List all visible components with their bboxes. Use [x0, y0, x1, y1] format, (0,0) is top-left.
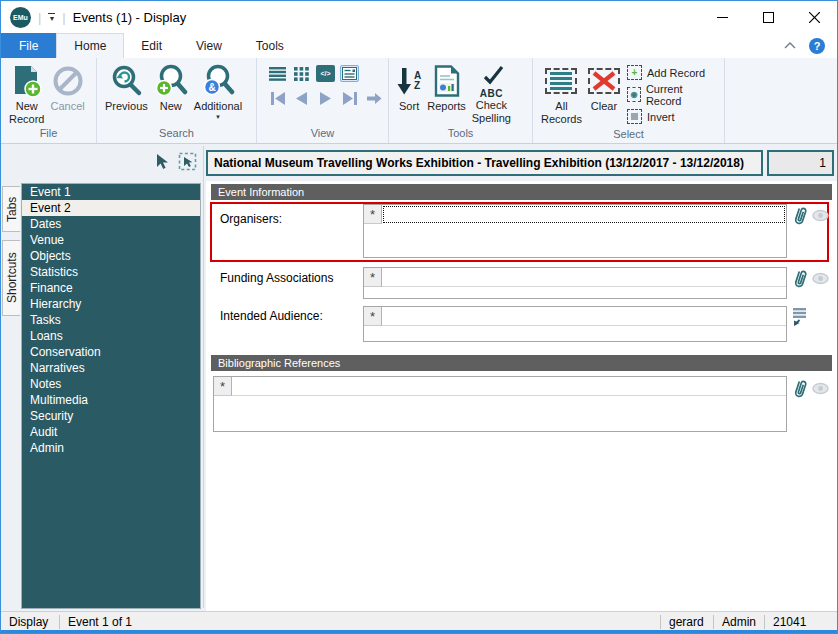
- group-label-select: Select: [533, 128, 724, 143]
- close-button[interactable]: [791, 2, 837, 33]
- funding-associations-input[interactable]: [382, 268, 786, 287]
- invert-selection-button[interactable]: Invert: [627, 107, 715, 126]
- ribbon-tab-row: File Home Edit View Tools ?: [1, 33, 837, 58]
- sidebar-item-hierarchy[interactable]: Hierarchy: [22, 296, 200, 312]
- clear-selection-icon: [588, 68, 620, 94]
- tab-view[interactable]: View: [179, 33, 239, 58]
- maximize-button[interactable]: [745, 2, 791, 33]
- details-view-icon[interactable]: [340, 65, 359, 82]
- group-label-tools: Tools: [389, 127, 532, 143]
- goto-record-icon[interactable]: [364, 90, 383, 107]
- current-record-button[interactable]: ◉ Current Record: [627, 85, 715, 104]
- intended-audience-field[interactable]: *: [363, 306, 787, 342]
- sidebar-item-dates[interactable]: Dates: [22, 216, 200, 232]
- clear-selection-button[interactable]: Clear: [585, 61, 623, 114]
- history-eye-icon[interactable]: [812, 208, 829, 226]
- sidebar-item-objects[interactable]: Objects: [22, 248, 200, 264]
- check-spelling-icon: [478, 62, 504, 88]
- window-title: Events (1) - Display: [73, 10, 186, 25]
- row-asterisk: *: [364, 307, 382, 326]
- attach-icon[interactable]: [792, 268, 809, 294]
- sidebar-item-event-1[interactable]: Event 1: [22, 184, 200, 200]
- organisers-field[interactable]: *: [363, 204, 787, 258]
- tab-home[interactable]: Home: [56, 33, 124, 58]
- new-search-button[interactable]: New: [151, 61, 191, 114]
- tab-file[interactable]: File: [1, 33, 56, 58]
- sidebar-item-audit[interactable]: Audit: [22, 424, 200, 440]
- previous-search-button[interactable]: Previous: [102, 61, 151, 114]
- select-region-icon[interactable]: [178, 152, 197, 175]
- sidebar-item-finance[interactable]: Finance: [22, 280, 200, 296]
- sidebar-item-notes[interactable]: Notes: [22, 376, 200, 392]
- ribbon: New Record Cancel File: [1, 58, 837, 144]
- record-count: 1: [767, 150, 834, 176]
- status-record-position: Event 1 of 1: [60, 612, 140, 632]
- sidebar-item-security[interactable]: Security: [22, 408, 200, 424]
- next-record-icon[interactable]: [316, 90, 335, 107]
- sidebar-item-event-2[interactable]: Event 2: [22, 200, 200, 216]
- sidebar-item-conservation[interactable]: Conservation: [22, 344, 200, 360]
- row-asterisk: *: [214, 377, 232, 396]
- svg-text:&: &: [208, 82, 215, 93]
- new-record-icon: [11, 62, 43, 100]
- quick-access-caret-icon[interactable]: ▼: [48, 13, 55, 22]
- intended-audience-input[interactable]: [382, 307, 786, 326]
- last-record-icon[interactable]: [340, 90, 359, 107]
- new-record-button[interactable]: New Record: [6, 61, 47, 126]
- ribbon-group-tools: AZ Sort: [389, 58, 533, 143]
- list-view-icon[interactable]: [268, 65, 287, 82]
- new-search-icon: [154, 62, 188, 100]
- all-records-button[interactable]: All Records: [538, 61, 585, 126]
- check-spelling-button[interactable]: ABC Check Spelling: [469, 61, 514, 125]
- ribbon-group-file: New Record Cancel File: [1, 58, 97, 143]
- previous-record-icon[interactable]: [292, 90, 311, 107]
- help-icon[interactable]: ?: [809, 38, 825, 54]
- record-title-bar: National Museum Travelling Works Exhibit…: [206, 150, 763, 176]
- all-records-icon: [545, 68, 577, 94]
- tab-edit[interactable]: Edit: [124, 33, 179, 58]
- intended-audience-label: Intended Audience:: [220, 309, 323, 323]
- history-eye-icon[interactable]: [812, 271, 829, 289]
- status-code: 21041: [765, 612, 837, 632]
- cancel-button[interactable]: Cancel: [47, 61, 87, 114]
- titlebar-divider: |: [62, 10, 65, 25]
- add-record-button[interactable]: + Add Record: [627, 63, 715, 82]
- organisers-input[interactable]: [383, 206, 785, 223]
- bibliographic-references-field[interactable]: *: [213, 376, 787, 432]
- grid-view-icon[interactable]: [292, 65, 311, 82]
- collapse-ribbon-icon[interactable]: [784, 42, 796, 49]
- minimize-button[interactable]: [699, 2, 745, 33]
- additional-search-button[interactable]: & Additional ▼: [191, 61, 245, 121]
- sidebar-item-narratives[interactable]: Narratives: [22, 360, 200, 376]
- row-asterisk: *: [364, 205, 382, 224]
- funding-associations-field[interactable]: *: [363, 267, 787, 299]
- pointer-tool-icon[interactable]: [154, 153, 169, 174]
- sidebar-item-loans[interactable]: Loans: [22, 328, 200, 344]
- bibliographic-references-input[interactable]: [232, 377, 786, 396]
- attach-icon[interactable]: [792, 378, 809, 404]
- sidebar-item-statistics[interactable]: Statistics: [22, 264, 200, 280]
- rail-tab-shortcuts[interactable]: Shortcuts: [2, 240, 20, 316]
- lookup-list-icon[interactable]: [793, 308, 807, 331]
- sort-button[interactable]: AZ Sort: [394, 61, 424, 114]
- history-eye-icon[interactable]: [812, 381, 829, 399]
- window-bottom-border: [1, 630, 837, 633]
- app-window: EMu | ▼ | Events (1) - Display File Home…: [0, 0, 838, 634]
- first-record-icon[interactable]: [268, 90, 287, 107]
- funding-associations-label: Funding Associations: [220, 271, 333, 285]
- sidebar-tab-list: Event 1 Event 2 Dates Venue Objects Stat…: [21, 183, 201, 609]
- group-label-view: View: [257, 127, 388, 143]
- reports-button[interactable]: Reports: [424, 61, 469, 114]
- tab-tools[interactable]: Tools: [239, 33, 301, 58]
- rail-tab-tabs[interactable]: Tabs: [2, 186, 20, 232]
- attach-icon[interactable]: [792, 205, 809, 231]
- sidebar-item-tasks[interactable]: Tasks: [22, 312, 200, 328]
- sidebar-item-admin[interactable]: Admin: [22, 440, 200, 456]
- additional-dropdown-caret-icon: ▼: [215, 114, 221, 120]
- title-bar: EMu | ▼ | Events (1) - Display: [1, 1, 837, 33]
- sidebar-item-venue[interactable]: Venue: [22, 232, 200, 248]
- code-view-icon[interactable]: </>: [316, 65, 335, 82]
- row-asterisk: *: [364, 268, 382, 287]
- sort-icon: AZ: [397, 62, 421, 100]
- sidebar-item-multimedia[interactable]: Multimedia: [22, 392, 200, 408]
